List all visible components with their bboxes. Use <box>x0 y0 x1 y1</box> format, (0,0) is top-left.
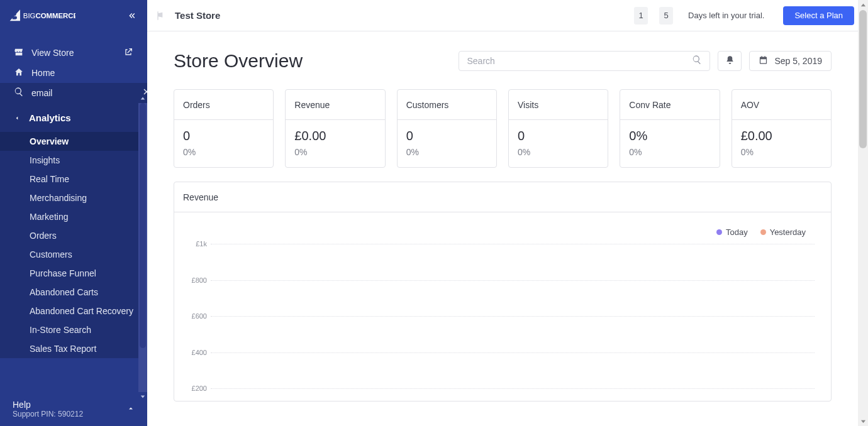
card-revenue[interactable]: Revenue £0.000% <box>285 89 385 168</box>
subnav-label: Merchandising <box>30 193 87 203</box>
brand-logo[interactable]: BIGCOMMERCE <box>9 8 75 23</box>
card-head: Visits <box>509 90 608 120</box>
subnav-label: Insights <box>30 155 60 165</box>
subnav-label: Purchase Funnel <box>30 268 96 278</box>
subnav-label: Abandoned Carts <box>30 287 98 297</box>
metric-cards: Orders 00% Revenue £0.000% Customers 00%… <box>174 89 832 168</box>
card-head: AOV <box>732 90 831 120</box>
trial-days-digit-1: 1 <box>634 7 648 25</box>
card-visits[interactable]: Visits 00% <box>508 89 608 168</box>
legend-label: Today <box>726 227 748 237</box>
sidebar-subnav: Overview Insights Real Time Merchandisin… <box>0 132 147 358</box>
help-footer[interactable]: Help Support PIN: 590212 <box>0 392 147 426</box>
subnav-label: In-Store Search <box>30 325 91 335</box>
topbar: Test Store 1 5 Days left in your trial. … <box>147 0 868 31</box>
trial-text: Days left in your trial. <box>688 11 764 20</box>
chevron-up-icon <box>127 403 135 415</box>
card-value: 0 <box>518 129 599 143</box>
main: Test Store 1 5 Days left in your trial. … <box>147 0 868 426</box>
subnav-label: Customers <box>30 249 72 259</box>
y-tick: £1k <box>196 240 207 248</box>
subnav-label: Overview <box>30 136 69 146</box>
subnav-abandoned-cart-recovery[interactable]: Abandoned Cart Recovery <box>0 302 147 320</box>
scroll-down-icon[interactable] <box>138 392 147 401</box>
svg-text:COMMERCE: COMMERCE <box>35 12 75 19</box>
sidebar-nav: View Store Home Analytics Overvie <box>0 31 147 358</box>
card-customers[interactable]: Customers 00% <box>397 89 497 168</box>
gridline <box>211 244 815 244</box>
flag-icon <box>155 8 166 23</box>
scroll-up-icon[interactable] <box>138 94 147 103</box>
subnav-overview[interactable]: Overview <box>0 132 147 151</box>
sidebar-section-analytics[interactable]: Analytics <box>0 103 147 132</box>
bell-icon <box>725 55 735 67</box>
content: Store Overview Sep 5, 2019 <box>147 31 858 426</box>
card-aov[interactable]: AOV £0.000% <box>732 89 832 168</box>
page-search[interactable] <box>459 51 710 71</box>
search-icon <box>692 55 702 67</box>
chart-title: Revenue <box>174 182 831 212</box>
card-value: £0.00 <box>741 129 822 143</box>
y-tick: £200 <box>192 385 207 392</box>
sidebar-scrollbar[interactable] <box>138 103 147 392</box>
subnav-real-time[interactable]: Real Time <box>0 170 147 188</box>
scroll-down-icon[interactable] <box>858 416 868 426</box>
subnav-orders[interactable]: Orders <box>0 226 147 245</box>
sidebar: BIGCOMMERCE View Store Home <box>0 0 147 426</box>
card-sub: 0% <box>406 147 487 157</box>
home-icon <box>14 67 24 79</box>
open-new-icon <box>123 47 133 59</box>
nav-view-store-label: View Store <box>31 48 74 58</box>
date-picker-button[interactable]: Sep 5, 2019 <box>749 51 832 71</box>
date-label: Sep 5, 2019 <box>774 56 822 66</box>
subnav-label: Abandoned Cart Recovery <box>30 306 133 316</box>
sidebar-search[interactable] <box>0 83 147 103</box>
store-icon <box>14 47 24 59</box>
subnav-insights[interactable]: Insights <box>0 151 147 170</box>
card-sub: 0% <box>741 147 822 157</box>
card-orders[interactable]: Orders 00% <box>174 89 274 168</box>
chart-gridlines <box>211 244 815 388</box>
nav-view-store[interactable]: View Store <box>0 43 147 63</box>
nav-home-label: Home <box>31 68 55 78</box>
legend-today: Today <box>716 227 748 237</box>
subnav-label: Orders <box>30 231 57 241</box>
subnav-marketing[interactable]: Marketing <box>0 207 147 226</box>
subnav-purchase-funnel[interactable]: Purchase Funnel <box>0 264 147 283</box>
subnav-abandoned-carts[interactable]: Abandoned Carts <box>0 283 147 302</box>
calendar-icon <box>759 55 768 67</box>
scroll-up-icon[interactable] <box>858 0 868 10</box>
page-controls: Sep 5, 2019 <box>459 51 832 71</box>
page-title: Store Overview <box>174 50 303 72</box>
card-conv-rate[interactable]: Conv Rate 0%0% <box>620 89 720 168</box>
legend-dot-yesterday <box>760 229 766 235</box>
chart-legend: Today Yesterday <box>716 227 806 237</box>
page-header: Store Overview Sep 5, 2019 <box>174 50 832 72</box>
sidebar-search-input[interactable] <box>31 88 142 98</box>
gridline <box>211 388 815 389</box>
help-subtitle: Support PIN: 590212 <box>13 410 83 418</box>
nav-home[interactable]: Home <box>0 63 147 83</box>
card-sub: 0% <box>518 147 599 157</box>
subnav-merchandising[interactable]: Merchandising <box>0 188 147 207</box>
sidebar-scroll-thumb[interactable] <box>140 103 146 348</box>
chevron-left-icon <box>14 112 20 123</box>
subnav-in-store-search[interactable]: In-Store Search <box>0 320 147 339</box>
subnav-customers[interactable]: Customers <box>0 245 147 264</box>
card-head: Revenue <box>286 90 384 120</box>
sidebar-collapse-button[interactable] <box>123 8 138 23</box>
card-sub: 0% <box>183 147 264 157</box>
y-tick: £600 <box>192 312 207 320</box>
gridline <box>211 316 815 317</box>
legend-label: Yesterday <box>770 227 806 237</box>
select-plan-button[interactable]: Select a Plan <box>783 6 854 25</box>
main-scrollbar[interactable] <box>858 0 868 426</box>
subnav-sales-tax-report[interactable]: Sales Tax Report <box>0 339 147 358</box>
card-sub: 0% <box>629 147 710 157</box>
main-scroll-thumb[interactable] <box>859 10 867 148</box>
chart-y-axis: £1k £800 £600 £400 £200 <box>184 244 207 388</box>
subnav-label: Real Time <box>30 174 69 184</box>
svg-text:BIG: BIG <box>23 12 36 19</box>
notifications-button[interactable] <box>718 51 742 71</box>
page-search-input[interactable] <box>467 56 692 66</box>
